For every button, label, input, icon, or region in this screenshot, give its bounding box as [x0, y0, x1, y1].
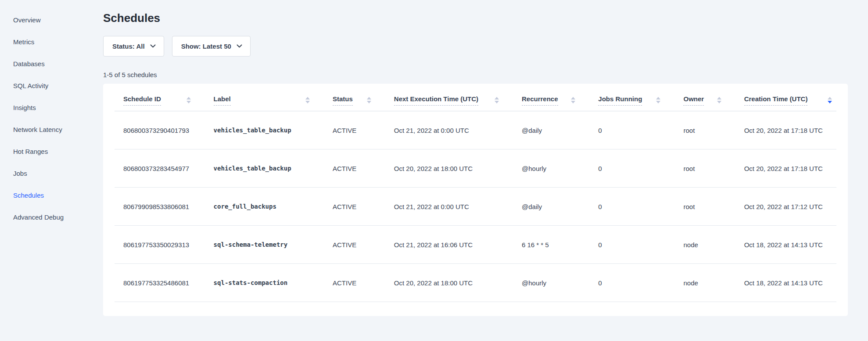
table-row: 806800373283454977vehicles_table_backupA…	[115, 149, 836, 188]
chevron-down-icon	[150, 44, 156, 48]
main-content: Schedules Status: All Show: Latest 50 1-…	[102, 0, 868, 341]
cell-creation-time: Oct 18, 2022 at 14:13 UTC	[735, 226, 836, 264]
cell-schedule-id: 806197753325486081	[115, 264, 205, 302]
cell-creation-time: Oct 20, 2022 at 17:12 UTC	[735, 188, 836, 226]
sidebar-item-sql-activity[interactable]: SQL Activity	[13, 82, 102, 90]
cell-label: core_full_backups	[205, 188, 324, 226]
column-label: Jobs Running	[598, 95, 642, 106]
column-header-recurrence[interactable]: Recurrence	[513, 93, 589, 111]
cell-owner: node	[674, 226, 735, 264]
cell-recurrence: @hourly	[513, 149, 589, 188]
cell-creation-time: Oct 20, 2022 at 17:18 UTC	[735, 111, 836, 149]
sort-carets-icon[interactable]	[302, 95, 320, 103]
sort-carets-icon[interactable]	[653, 95, 671, 103]
cell-recurrence: @daily	[513, 111, 589, 149]
table-row: 806799098533806081core_full_backupsACTIV…	[115, 188, 836, 226]
cell-schedule-id: 806800373290401793	[115, 111, 205, 149]
table-header-row: Schedule IDLabelStatusNext Execution Tim…	[115, 93, 836, 111]
sort-carets-icon[interactable]	[567, 95, 586, 103]
schedules-table: Schedule IDLabelStatusNext Execution Tim…	[115, 93, 836, 302]
cell-jobs-running: 0	[589, 188, 674, 226]
cell-next-execution: Oct 20, 2022 at 18:00 UTC	[385, 264, 513, 302]
cell-owner: root	[674, 149, 735, 188]
cell-status: ACTIVE	[324, 149, 385, 188]
cell-status: ACTIVE	[324, 188, 385, 226]
column-label: Owner	[683, 95, 704, 106]
cell-recurrence: @daily	[513, 188, 589, 226]
sidebar-item-advanced-debug[interactable]: Advanced Debug	[13, 213, 102, 222]
column-label: Creation Time (UTC)	[744, 95, 808, 106]
column-header-creation-time-utc[interactable]: Creation Time (UTC)	[735, 93, 836, 111]
cell-schedule-id: 806799098533806081	[115, 188, 205, 226]
column-header-owner[interactable]: Owner	[674, 93, 735, 111]
sidebar: Overview Metrics Databases SQL Activity …	[0, 0, 102, 341]
sidebar-item-schedules[interactable]: Schedules	[13, 191, 102, 200]
show-filter-dropdown[interactable]: Show: Latest 50	[172, 36, 251, 57]
cell-jobs-running: 0	[589, 149, 674, 188]
table-row: 806800373290401793vehicles_table_backupA…	[115, 111, 836, 149]
sort-carets-icon[interactable]	[183, 95, 201, 103]
status-filter-label: Status: All	[112, 43, 145, 50]
cell-status: ACTIVE	[324, 111, 385, 149]
sort-carets-icon[interactable]	[363, 95, 382, 103]
show-filter-label: Show: Latest 50	[181, 43, 231, 50]
cell-next-execution: Oct 21, 2022 at 0:00 UTC	[385, 111, 513, 149]
cell-schedule-id: 806197753350029313	[115, 226, 205, 264]
results-count: 1-5 of 5 schedules	[103, 71, 848, 79]
cell-jobs-running: 0	[589, 111, 674, 149]
cell-jobs-running: 0	[589, 264, 674, 302]
column-label: Label	[214, 95, 231, 106]
sidebar-item-insights[interactable]: Insights	[13, 103, 102, 112]
column-header-label[interactable]: Label	[205, 93, 324, 111]
cell-jobs-running: 0	[589, 226, 674, 264]
cell-label: sql-stats-compaction	[205, 264, 324, 302]
cell-label: vehicles_table_backup	[205, 111, 324, 149]
cell-schedule-id: 806800373283454977	[115, 149, 205, 188]
cell-creation-time: Oct 20, 2022 at 17:18 UTC	[735, 149, 836, 188]
sidebar-item-overview[interactable]: Overview	[13, 16, 102, 25]
schedules-table-card: Schedule IDLabelStatusNext Execution Tim…	[103, 84, 848, 316]
cell-status: ACTIVE	[324, 226, 385, 264]
column-label: Recurrence	[522, 95, 558, 106]
status-filter-dropdown[interactable]: Status: All	[103, 36, 164, 57]
column-label: Status	[333, 95, 353, 106]
cell-label: vehicles_table_backup	[205, 149, 324, 188]
column-header-next-execution-time-utc[interactable]: Next Execution Time (UTC)	[385, 93, 513, 111]
sort-carets-icon[interactable]	[714, 95, 732, 103]
cell-next-execution: Oct 21, 2022 at 0:00 UTC	[385, 188, 513, 226]
column-label: Schedule ID	[123, 95, 161, 106]
cell-recurrence: 6 16 * * 5	[513, 226, 589, 264]
column-header-jobs-running[interactable]: Jobs Running	[589, 93, 674, 111]
sidebar-item-metrics[interactable]: Metrics	[13, 38, 102, 46]
table-row: 806197753325486081sql-stats-compactionAC…	[115, 264, 836, 302]
sort-carets-icon[interactable]	[491, 95, 509, 103]
cell-label: sql-schema-telemetry	[205, 226, 324, 264]
filter-bar: Status: All Show: Latest 50	[103, 36, 848, 57]
sidebar-item-hot-ranges[interactable]: Hot Ranges	[13, 147, 102, 156]
column-header-schedule-id[interactable]: Schedule ID	[115, 93, 205, 111]
cell-owner: root	[674, 188, 735, 226]
cell-creation-time: Oct 18, 2022 at 14:13 UTC	[735, 264, 836, 302]
cell-recurrence: @hourly	[513, 264, 589, 302]
cell-owner: root	[674, 111, 735, 149]
column-label: Next Execution Time (UTC)	[394, 95, 478, 106]
cell-next-execution: Oct 20, 2022 at 18:00 UTC	[385, 149, 513, 188]
chevron-down-icon	[237, 44, 242, 48]
cell-status: ACTIVE	[324, 264, 385, 302]
sort-carets-icon[interactable]	[824, 95, 833, 103]
sidebar-item-databases[interactable]: Databases	[13, 60, 102, 68]
sidebar-item-network-latency[interactable]: Network Latency	[13, 125, 102, 134]
table-row: 806197753350029313sql-schema-telemetryAC…	[115, 226, 836, 264]
cell-next-execution: Oct 21, 2022 at 16:06 UTC	[385, 226, 513, 264]
column-header-status[interactable]: Status	[324, 93, 385, 111]
cell-owner: node	[674, 264, 735, 302]
schedules-page: Overview Metrics Databases SQL Activity …	[0, 0, 868, 341]
sidebar-item-jobs[interactable]: Jobs	[13, 169, 102, 178]
page-title: Schedules	[103, 11, 848, 25]
